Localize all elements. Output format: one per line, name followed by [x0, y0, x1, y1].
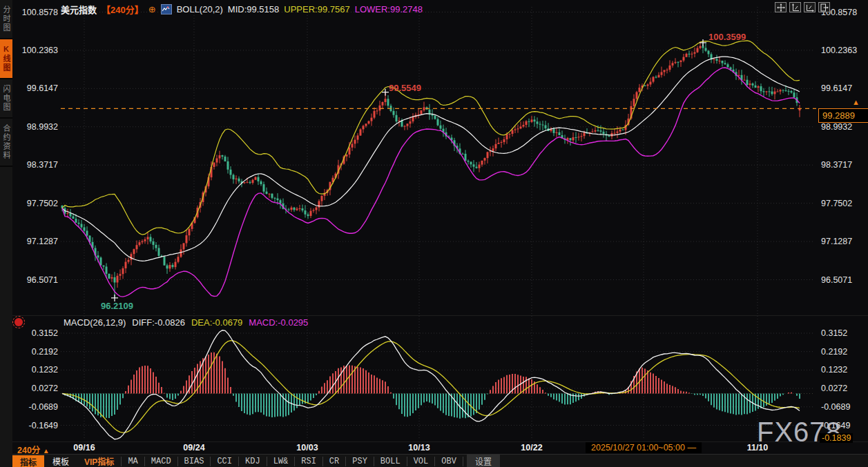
- price-axis-label-left: 99.6147: [15, 83, 58, 93]
- x-axis-date-label: 10/03: [296, 443, 318, 453]
- last-price-tag: 99.2889: [818, 108, 868, 123]
- chart-header: 美元指数 【240分】 ⊕ BOLL(20,2) MID:99.5158 UPP…: [61, 3, 423, 16]
- toolbar-item-cr[interactable]: CR: [322, 457, 345, 466]
- low-annotation: 96.2109: [101, 301, 133, 311]
- macd-current-value: -0.1839: [820, 433, 853, 443]
- symbol-name: 美元指数: [61, 3, 97, 16]
- price-axis-label-right: 98.9932: [821, 122, 867, 132]
- toolbar-item-psy[interactable]: PSY: [345, 457, 374, 466]
- indicator-logo-icon: [161, 4, 172, 14]
- macd-axis-label-left: 0.2192: [15, 347, 58, 357]
- x-axis-date-label: 09/16: [73, 443, 95, 453]
- watermark: FX678: [757, 417, 842, 448]
- side-tab-time-share[interactable]: 分时图: [0, 0, 12, 39]
- trading-terminal: 分时图K线图闪电图合约资料 美元指数 【240分】 ⊕ BOLL(20,2) M…: [0, 0, 868, 467]
- toolbar-item-lw[interactable]: LW&: [267, 457, 295, 466]
- side-tab-bar: 分时图K线图闪电图合约资料: [0, 0, 12, 467]
- price-axis-label-right: 97.7502: [821, 199, 867, 208]
- side-tab-flash[interactable]: 闪电图: [0, 79, 12, 119]
- boll-upper-value: UPPER:99.7567: [284, 4, 349, 14]
- period-label: 【240分】: [102, 3, 144, 16]
- toolbar-item-ma[interactable]: MA: [121, 457, 144, 466]
- price-axis-label-left: 96.5071: [15, 275, 58, 285]
- vip-indicator-tab[interactable]: VIP指标: [77, 455, 121, 467]
- macd-axis-label-right: 0.1232: [821, 365, 867, 375]
- price-axis-label-left: 100.8578: [15, 8, 58, 17]
- boll-label: BOLL(20,2): [177, 4, 223, 14]
- x-axis-date-label: 10/22: [521, 443, 542, 453]
- price-axis-label-left: 100.2363: [15, 46, 58, 55]
- x-axis-date-label: 09/24: [183, 443, 204, 453]
- toolbar-item-vol[interactable]: VOL: [407, 457, 435, 466]
- macd-axis-label-left: -0.1649: [15, 421, 58, 430]
- settings-button[interactable]: 设置: [467, 455, 500, 467]
- template-tab[interactable]: 模板: [44, 455, 77, 467]
- price-axis-label-right: 98.3717: [821, 160, 867, 170]
- toolbar-item-boll[interactable]: BOLL: [374, 457, 407, 466]
- high-annotation: 100.3599: [708, 32, 746, 42]
- swing-high-annotation: 99.5549: [389, 83, 421, 93]
- price-axis-label-left: 98.9932: [15, 122, 58, 132]
- macd-axis-label-left: 0.3152: [15, 328, 58, 338]
- macd-label: MACD(26,12,9): [64, 317, 126, 328]
- x-axis-row: 240分 ▲ 2025/10/27 01:00~05:00 — 09/1609/…: [12, 441, 868, 454]
- chart-controls: [775, 2, 830, 12]
- side-tab-kline[interactable]: K线图: [0, 39, 12, 79]
- price-axis-label-right: 99.6147: [821, 83, 867, 93]
- indicator-toolbar: 指标 模板 VIP指标 MAMACDBIASCCIKDJLW&RSICRPSYB…: [12, 454, 868, 467]
- boll-lower-value: LOWER:99.2748: [355, 4, 423, 14]
- boll-mid-value: MID:99.5158: [228, 4, 279, 14]
- macd-axis-label-right: 0.3152: [821, 328, 867, 338]
- crosshair-date-label: 2025/10/27 01:00~05:00 —: [586, 442, 702, 453]
- macd-axis-label-left: -0.0689: [15, 402, 58, 412]
- toolbar-item-cci[interactable]: CCI: [210, 457, 238, 466]
- toolbar-item-rsi[interactable]: RSI: [294, 457, 322, 466]
- price-axis-label-right: 100.2363: [821, 46, 867, 55]
- toolbar-item-kdj[interactable]: KDJ: [238, 457, 267, 466]
- scale-y-axis-icon[interactable]: [789, 2, 801, 12]
- pan-tool-icon[interactable]: [775, 2, 787, 12]
- macd-axis-label-right: -0.0689: [821, 402, 867, 412]
- price-axis-label-left: 97.7502: [15, 199, 58, 208]
- toolbar-item-macd[interactable]: MACD: [144, 457, 177, 466]
- macd-diff-value: DIFF:-0.0826: [132, 317, 185, 328]
- side-tab-contract-info[interactable]: 合约资料: [0, 119, 12, 167]
- macd-header: MACD(26,12,9) DIFF:-0.0826 DEA:-0.0679 M…: [64, 317, 308, 328]
- add-indicator-icon[interactable]: ⊕: [148, 4, 156, 14]
- price-macd-chart[interactable]: [0, 0, 868, 467]
- price-axis-label-right: 96.5071: [821, 275, 867, 285]
- toolbar-item-obv[interactable]: OBV: [434, 457, 463, 466]
- price-arrow-icon: ▲: [852, 98, 860, 106]
- macd-axis-label-left: 0.0272: [15, 384, 58, 393]
- macd-dea-value: DEA:-0.0679: [191, 317, 242, 328]
- pop-out-icon[interactable]: [818, 2, 830, 12]
- price-axis-label-left: 98.3717: [15, 160, 58, 170]
- macd-axis-label-right: 0.0272: [821, 384, 867, 393]
- x-axis-date-label: 10/13: [408, 443, 430, 453]
- indicator-tab[interactable]: 指标: [12, 455, 44, 467]
- macd-macd-value: MACD:-0.0295: [249, 317, 308, 328]
- macd-axis-label-left: 0.1232: [15, 365, 58, 375]
- macd-axis-label-right: 0.2192: [821, 347, 867, 357]
- price-axis-label-right: 97.1287: [821, 237, 867, 246]
- toolbar-item-bias[interactable]: BIAS: [177, 457, 211, 466]
- price-axis-label-left: 97.1287: [15, 237, 58, 246]
- macd-panel-icon[interactable]: [15, 318, 23, 326]
- scale-x-axis-icon[interactable]: [804, 2, 816, 12]
